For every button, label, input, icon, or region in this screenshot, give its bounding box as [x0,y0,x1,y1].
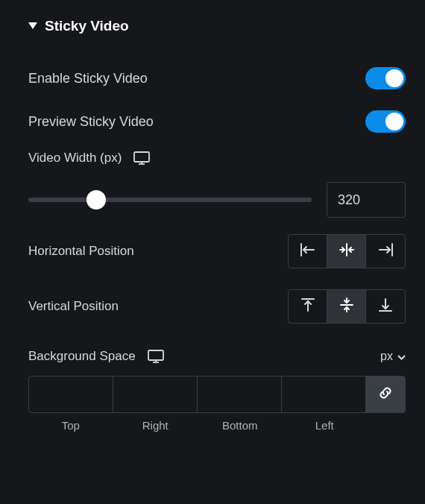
align-top-button[interactable] [289,290,327,323]
unit-label: px [380,350,393,363]
spacing-top-label: Top [28,419,113,432]
align-left-icon [299,242,317,261]
section-header[interactable]: Sticky Video [22,13,412,57]
preview-sticky-row: Preview Sticky Video [22,100,412,143]
spacing-bottom-label: Bottom [198,419,283,432]
horizontal-position-label: Horizontal Position [28,244,134,259]
align-center-button[interactable] [327,235,366,268]
background-space-row: Background Space px [22,328,412,373]
align-center-icon [338,242,356,261]
align-right-button[interactable] [366,235,405,268]
spacing-bottom-input[interactable] [198,377,281,412]
align-middle-icon [339,297,354,317]
align-bottom-icon [378,297,393,317]
section-title: Sticky Video [45,18,129,34]
spacing-left-label: Left [283,419,368,432]
link-values-button[interactable] [366,377,405,412]
video-width-slider[interactable] [28,198,312,202]
spacing-right-input[interactable] [113,377,197,412]
toggle-knob [385,69,403,87]
video-width-label: Video Width (px) [28,151,122,166]
spacing-top-input[interactable] [29,377,113,412]
svg-rect-1 [134,152,149,162]
vertical-position-group [288,289,406,324]
toggle-knob [385,113,403,130]
enable-sticky-toggle[interactable] [365,67,406,89]
background-space-label: Background Space [28,349,136,364]
vertical-position-label: Vertical Position [28,299,119,314]
horizontal-position-row: Horizontal Position [22,218,412,273]
caret-down-icon [28,19,37,34]
preview-sticky-toggle[interactable] [365,110,406,133]
align-right-icon [377,242,394,261]
align-left-button[interactable] [289,235,327,268]
link-icon [378,385,393,404]
spacing-inputs [28,376,406,413]
svg-rect-18 [148,350,163,360]
enable-sticky-label: Enable Sticky Video [28,71,148,86]
align-middle-button[interactable] [327,290,366,323]
slider-thumb[interactable] [86,190,106,210]
svg-marker-0 [28,22,37,29]
vertical-position-row: Vertical Position [22,273,412,328]
align-top-icon [300,297,315,317]
desktop-icon[interactable] [133,151,150,165]
spacing-right-label: Right [113,419,198,432]
unit-select[interactable]: px [380,350,406,363]
desktop-icon[interactable] [148,350,164,363]
video-width-input[interactable] [327,182,406,218]
horizontal-position-group [288,234,406,268]
spacing-left-input[interactable] [282,377,365,412]
align-bottom-button[interactable] [366,290,405,323]
chevron-down-icon [397,350,406,363]
spacing-labels: Top Right Bottom Left [28,419,406,432]
video-width-block: Video Width (px) [22,143,412,218]
enable-sticky-row: Enable Sticky Video [22,57,412,100]
preview-sticky-label: Preview Sticky Video [28,114,154,130]
